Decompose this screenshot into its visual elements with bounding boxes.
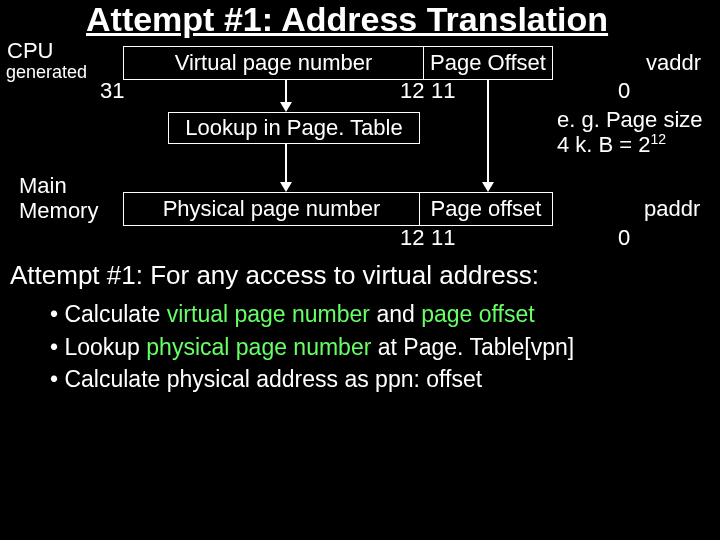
main-memory-label: Main Memory bbox=[19, 174, 98, 223]
bullet-list: Calculate virtual page number and page o… bbox=[50, 298, 574, 396]
paddr-label: paddr bbox=[644, 196, 700, 222]
bullet-1: Calculate virtual page number and page o… bbox=[50, 298, 574, 331]
page-offset-cell-v: Page Offset bbox=[424, 47, 552, 79]
main-memory-l2: Memory bbox=[19, 198, 98, 223]
b1a: Calculate bbox=[64, 301, 166, 327]
page-offset-cell-p: Page offset bbox=[420, 193, 552, 225]
b2c: at Page. Table[vpn] bbox=[378, 334, 575, 360]
b1d: page offset bbox=[421, 301, 534, 327]
bullet-2: Lookup physical page number at Page. Tab… bbox=[50, 331, 574, 364]
main-memory-l1: Main bbox=[19, 173, 67, 198]
paddr-bit11: 11 bbox=[431, 225, 455, 251]
paddr-bit0: 0 bbox=[618, 225, 630, 251]
page-size-note: e. g. Page size 4 k. B = 212 bbox=[557, 108, 703, 157]
vaddr-bit31: 31 bbox=[100, 78, 124, 104]
note-line2a: 4 k. B = 2 bbox=[557, 132, 651, 157]
physical-page-number-cell: Physical page number bbox=[124, 193, 420, 225]
physical-address-row: Physical page number Page offset bbox=[123, 192, 553, 226]
note-line2-sup: 12 bbox=[651, 131, 667, 147]
b1c: and bbox=[376, 301, 421, 327]
arrow-vpn-to-lookup bbox=[276, 80, 296, 112]
b1b: virtual page number bbox=[167, 301, 377, 327]
arrow-lookup-to-ppn bbox=[276, 144, 296, 192]
svg-marker-1 bbox=[280, 102, 292, 112]
bullet-3: Calculate physical address as ppn: offse… bbox=[50, 363, 574, 396]
paddr-bit12: 12 bbox=[400, 225, 424, 251]
virtual-address-row: Virtual page number Page Offset bbox=[123, 46, 553, 80]
cpu-label: CPU bbox=[7, 38, 53, 64]
vaddr-bit0: 0 bbox=[618, 78, 630, 104]
arrow-offset-down bbox=[478, 80, 498, 192]
cpu-generated-label: generated bbox=[6, 62, 87, 83]
vaddr-bit11: 11 bbox=[431, 78, 455, 104]
summary-line: Attempt #1: For any access to virtual ad… bbox=[10, 260, 539, 291]
vaddr-bit12: 12 bbox=[400, 78, 424, 104]
lookup-box: Lookup in Page. Table bbox=[168, 112, 420, 144]
b2b: physical page number bbox=[146, 334, 377, 360]
vaddr-label: vaddr bbox=[646, 50, 701, 76]
b2a: Lookup bbox=[64, 334, 146, 360]
svg-marker-3 bbox=[280, 182, 292, 192]
slide-title: Attempt #1: Address Translation bbox=[86, 0, 608, 39]
svg-marker-5 bbox=[482, 182, 494, 192]
note-line1: e. g. Page size bbox=[557, 107, 703, 132]
virtual-page-number-cell: Virtual page number bbox=[124, 47, 424, 79]
b3: Calculate physical address as ppn: offse… bbox=[64, 366, 482, 392]
